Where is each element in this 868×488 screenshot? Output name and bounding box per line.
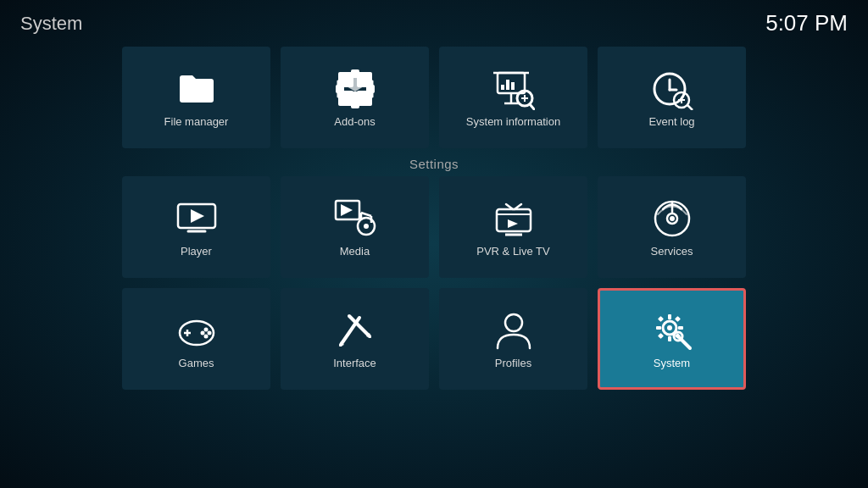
tile-profiles-label: Profiles [495,357,531,369]
svg-rect-39 [497,209,531,231]
svg-point-62 [667,325,672,330]
tile-system-information[interactable]: System information [439,47,587,148]
settings-row-1: Player Media PVR & Live TV [0,176,868,278]
svg-line-26 [687,105,693,110]
tile-file-manager[interactable]: File manager [122,47,270,148]
svg-marker-44 [508,219,518,228]
svg-rect-64 [668,336,671,341]
svg-point-60 [505,314,522,331]
svg-rect-70 [657,332,663,338]
eventlog-icon [651,68,693,110]
settings-label: Settings [0,157,868,171]
pvr-icon [492,197,535,240]
tile-media-label: Media [340,245,370,258]
tile-pvr-label: PVR & Live TV [476,245,549,258]
svg-marker-33 [341,204,353,216]
tile-interface-label: Interface [333,357,376,369]
interface-icon [334,309,376,352]
svg-point-54 [203,334,208,338]
folder-icon [175,68,218,110]
svg-point-35 [364,224,369,229]
tile-add-ons-label: Add-ons [334,115,375,128]
tile-games-label: Games [179,357,214,369]
games-icon [175,309,218,352]
app-title: System [20,13,82,35]
tile-system-label: System [654,357,690,369]
player-icon [175,197,218,240]
tile-games[interactable]: Games [122,288,270,390]
clock: 5:07 PM [765,10,848,36]
tile-interface[interactable]: Interface [281,288,429,390]
svg-rect-16 [506,80,509,90]
tile-player-label: Player [181,245,212,258]
svg-line-37 [361,213,371,216]
top-tiles-row: File manager Add-ons [0,47,868,148]
media-icon [334,197,376,240]
svg-point-53 [207,330,211,335]
tile-services-label: Services [651,245,693,258]
tile-media[interactable]: Media [281,176,429,278]
svg-rect-66 [678,326,683,330]
svg-rect-65 [656,326,661,330]
svg-rect-69 [674,315,680,321]
profiles-icon [492,309,535,352]
tile-event-log-label: Event log [648,115,694,128]
svg-marker-30 [191,209,204,223]
svg-point-47 [670,216,675,221]
tile-services[interactable]: Services [598,176,746,278]
svg-rect-10 [353,92,358,107]
tile-pvr-live-tv[interactable]: PVR & Live TV [439,176,587,278]
services-icon [651,197,693,240]
tile-profiles[interactable]: Profiles [439,288,587,390]
svg-point-55 [200,330,204,335]
tile-system-info-label: System information [466,115,560,128]
addons-icon [334,68,376,110]
svg-point-52 [203,327,208,331]
svg-rect-17 [511,82,515,90]
svg-rect-15 [501,85,504,90]
settings-row-2: Games Interface Profiles [0,288,868,390]
tile-event-log[interactable]: Event log [598,47,746,148]
svg-line-19 [530,104,535,110]
system-icon [651,309,693,352]
tile-add-ons[interactable]: Add-ons [281,47,429,148]
svg-rect-67 [657,315,663,321]
tile-file-manager-label: File manager [164,115,229,128]
tile-player[interactable]: Player [122,176,270,278]
sysinfo-icon [492,68,535,110]
svg-rect-63 [668,314,671,319]
tile-system[interactable]: System [598,288,746,390]
